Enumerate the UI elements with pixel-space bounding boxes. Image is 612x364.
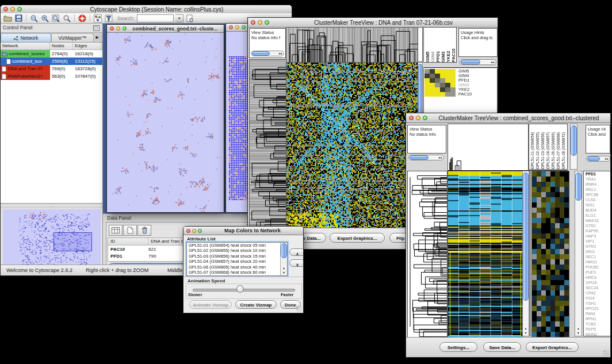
export-graphics-button[interactable]: Export Graphics...	[526, 342, 579, 352]
tv1-row-dendrogram[interactable]	[249, 59, 287, 231]
close-button[interactable]	[3, 7, 8, 12]
tv2-pane-divider[interactable]	[529, 171, 531, 336]
scroll-thumb[interactable]	[523, 173, 529, 301]
col-id[interactable]: ID	[108, 238, 148, 245]
speed-slider-thumb[interactable]	[236, 285, 244, 293]
create-vizmap-button[interactable]: Create Vizmap	[235, 300, 277, 309]
close-button[interactable]	[409, 116, 414, 120]
minimize-button[interactable]	[116, 26, 120, 30]
tv2-status-hscrollbar[interactable]: ◂▸	[408, 155, 444, 160]
zoom-button[interactable]	[123, 26, 127, 30]
dialog-title-bar[interactable]: Map Colors to Network	[183, 227, 303, 235]
gene-label: MON2	[586, 332, 611, 336]
scroll-thumb[interactable]	[281, 243, 287, 258]
vizmapper-icon[interactable]	[93, 14, 102, 22]
col-edges[interactable]: Edges	[73, 43, 102, 49]
attribute-select-icon[interactable]	[109, 225, 123, 236]
filter-icon[interactable]	[104, 14, 113, 22]
view-status-label: View Status	[410, 127, 432, 132]
main-title-bar[interactable]: Cytoscape Desktop (Session Name: collins…	[1, 5, 292, 14]
zoom-out-icon[interactable]	[29, 14, 39, 22]
tab-network[interactable]: Network	[1, 33, 51, 42]
save-icon[interactable]	[14, 14, 23, 22]
tv2-heatmap[interactable]	[447, 171, 523, 338]
tv2-hints-hscrollbar[interactable]: ◂▸	[586, 156, 610, 162]
col-network[interactable]: Network	[1, 43, 50, 49]
move-down-button[interactable]: ∨	[289, 259, 304, 267]
attribute-list-item[interactable]: GPL51-03 (GSM856) heat shock 15 min	[187, 254, 287, 259]
move-up-button[interactable]: ∧	[289, 248, 304, 256]
delete-attribute-icon[interactable]	[137, 225, 151, 236]
tv1-column-dendrogram[interactable]	[286, 27, 418, 63]
zoom-button[interactable]	[423, 116, 427, 120]
tv2-row-dendrogram[interactable]	[407, 171, 447, 338]
search-dropdown-arrow-icon[interactable]: ▼	[175, 14, 183, 22]
close-button[interactable]	[251, 20, 255, 25]
attribute-list-vscrollbar[interactable]: ▴▾	[280, 243, 287, 275]
float-panel-icon[interactable]	[93, 25, 100, 31]
help-lifesaver-icon[interactable]	[78, 14, 87, 22]
panel-splitter[interactable]: ⋯	[1, 204, 102, 208]
gene-label: HRD3	[586, 275, 611, 280]
settings-button[interactable]: Settings...	[439, 342, 477, 352]
zoom-button[interactable]	[242, 25, 246, 29]
minimize-button[interactable]	[416, 116, 420, 120]
tv1-hints-hscrollbar[interactable]: ◂▸	[460, 59, 496, 65]
close-button[interactable]	[229, 25, 233, 29]
tv2-heatmap-vscrollbar[interactable]: ▴▾	[522, 171, 529, 336]
tv1-status-hscrollbar[interactable]: ◂▸	[251, 51, 284, 56]
tab-overflow-arrow-icon[interactable]: ▶	[96, 33, 102, 42]
network-row[interactable]: combined_scores2764(0)16218(0)	[1, 50, 102, 58]
attribute-list-item[interactable]: GPL51-01 (GSM854) heat shock 05 min	[187, 243, 287, 248]
close-button[interactable]	[110, 26, 114, 30]
attribute-list-item[interactable]: GPL51-07 (GSM868) heat shock 60 min	[187, 270, 287, 275]
birdseye-view[interactable]	[3, 209, 101, 267]
tv2-detail-heatmap[interactable]	[531, 171, 569, 338]
network-canvas-1[interactable]	[107, 32, 224, 213]
scroll-thumb[interactable]	[571, 125, 577, 156]
minimize-button[interactable]	[258, 20, 262, 25]
tab-vizmapper[interactable]: VizMapper™	[51, 33, 94, 42]
col-nodes[interactable]: Nodes	[50, 43, 73, 49]
resize-grip-icon[interactable]	[603, 350, 609, 356]
attribute-list-item[interactable]: GPL51-02 (GSM855) heat shock 10 min	[187, 248, 287, 253]
annotation-icon[interactable]	[185, 14, 194, 22]
slower-label: Slower	[188, 292, 202, 297]
save-data-button[interactable]: Save Data...	[483, 342, 521, 352]
network-row[interactable]: combined_sco2569(6)13112(15)	[1, 58, 102, 65]
resize-grip-icon[interactable]	[296, 306, 302, 312]
zoom-button[interactable]	[265, 20, 269, 25]
attribute-list-item[interactable]: GPL51-04 (GSM857) heat shock 20 min	[187, 259, 287, 264]
zoom-button[interactable]	[17, 7, 22, 12]
tv2-column-dendrogram[interactable]	[447, 124, 529, 171]
search-input[interactable]	[137, 14, 174, 22]
tv1-heatmap[interactable]	[286, 62, 418, 231]
minimize-button[interactable]	[10, 7, 15, 12]
tv2-genes-vscrollbar[interactable]: ▴▾	[575, 171, 582, 336]
tv1-top-scroll-strip[interactable]	[418, 27, 423, 62]
attribute-list[interactable]: GPL51-01 (GSM854) heat shock 05 minGPL51…	[186, 242, 288, 276]
minimize-button[interactable]	[192, 229, 196, 233]
zoom-button[interactable]	[198, 229, 202, 233]
animate-vizmap-button[interactable]: Animate Vizmap	[189, 300, 232, 309]
tv1-zoom-matrix[interactable]	[424, 69, 456, 97]
export-graphics-button[interactable]: Export Graphics...	[330, 233, 385, 243]
netwin1-title-bar[interactable]: combined_scores_good.txt--cluste...	[107, 25, 224, 33]
network-row[interactable]: RNAPuberNov2+563(0)107847(0)	[1, 72, 102, 80]
network-row[interactable]: DNA and Tran 07769(0)183728(0)	[1, 65, 102, 72]
zoom-in-icon[interactable]	[40, 14, 49, 22]
matrix-cell	[424, 83, 430, 87]
open-folder-icon[interactable]	[3, 14, 12, 22]
tv2-title-bar[interactable]: ClusterMaker TreeView : combined_scores_…	[406, 113, 610, 123]
attribute-list-item[interactable]: GPL51-06 (GSM865) heat shock 40 min	[187, 265, 287, 270]
scroll-thumb[interactable]	[575, 173, 582, 201]
new-attribute-icon[interactable]	[123, 225, 137, 236]
tv1-title-bar[interactable]: ClusterMaker TreeView : DNA and Tran 07-…	[248, 18, 498, 28]
tv2-labels-vscrollbar[interactable]	[570, 124, 577, 170]
zoom-fit-icon[interactable]	[51, 14, 60, 22]
minimize-button[interactable]	[235, 25, 239, 29]
speed-slider-track[interactable]	[193, 289, 295, 292]
zoom-selected-icon[interactable]	[62, 14, 71, 22]
network-table-header[interactable]: Network Nodes Edges	[1, 43, 102, 50]
close-button[interactable]	[186, 229, 190, 233]
